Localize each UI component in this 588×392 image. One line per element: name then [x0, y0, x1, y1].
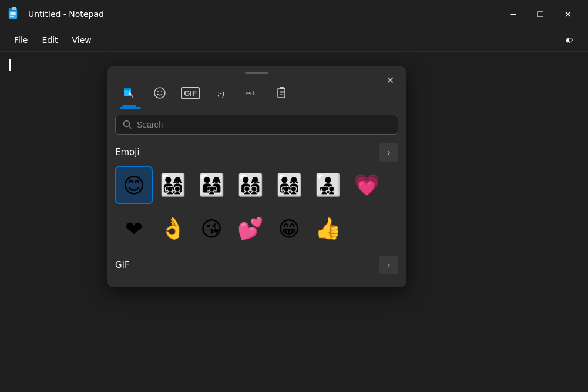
- svg-point-10: [157, 91, 159, 92]
- emoji-cell-sparkling-heart[interactable]: 💗: [348, 166, 385, 204]
- title-bar: Untitled - Notepad – □ ✕: [0, 0, 588, 28]
- picker-tabs: GIF ;-) ✂ +: [107, 78, 406, 106]
- gif-section-arrow[interactable]: ›: [379, 256, 398, 274]
- menu-bar: File Edit View: [0, 28, 588, 52]
- tab-active-indicator: [120, 107, 141, 109]
- editor-area[interactable]: ✕: [0, 52, 588, 392]
- emoji-grid-row2: ❤️ 👌 😘 💕 😁 👍: [115, 210, 398, 247]
- svg-rect-7: [124, 88, 131, 90]
- tab-emoji[interactable]: [147, 80, 173, 106]
- minimize-button[interactable]: –: [500, 0, 527, 28]
- emoji-picker: ✕: [107, 66, 406, 287]
- gif-section-title: GIF: [115, 260, 130, 270]
- emoji-cell-family1[interactable]: 👨‍👩‍👧‍👦: [154, 166, 191, 204]
- emoji-cell-two-hearts[interactable]: 💕: [231, 210, 269, 247]
- close-button[interactable]: ✕: [554, 0, 581, 28]
- tab-symbols[interactable]: ✂ +: [238, 80, 264, 106]
- emoji-cell-empty: [387, 166, 406, 204]
- emoji-cell-family5[interactable]: 👨‍👧‍👦: [309, 166, 347, 204]
- emoji-cell-family2[interactable]: 👨‍👩‍👧: [193, 166, 230, 204]
- gear-icon: [565, 34, 576, 46]
- emoji-section-title: Emoji: [115, 147, 140, 158]
- drag-handle-bar: [245, 72, 268, 74]
- favorites-icon: [123, 86, 136, 99]
- window-controls: – □ ✕: [500, 0, 581, 28]
- clipboard-icon: [275, 86, 288, 99]
- maximize-button[interactable]: □: [527, 0, 554, 28]
- emoji-cell-family4[interactable]: 👨‍👩‍👧‍👦: [270, 166, 308, 204]
- tab-kaomoji[interactable]: ;-): [208, 80, 234, 106]
- emoji-section: Emoji › 😊 👨‍👩‍👧‍👦 👨‍👩‍👧 👨‍👩‍👦‍👦 👨‍👩‍👧‍👦 …: [107, 143, 406, 247]
- emoji-cell-thumbs-up[interactable]: 👍: [309, 210, 347, 247]
- gif-section-header: GIF ›: [115, 256, 398, 274]
- svg-text:+: +: [251, 88, 256, 98]
- emoji-cell-family3[interactable]: 👨‍👩‍👦‍👦: [231, 166, 269, 204]
- gif-section: GIF ›: [107, 256, 406, 287]
- svg-line-20: [129, 126, 131, 128]
- svg-point-11: [161, 91, 162, 92]
- kaomoji-tab-label: ;-): [217, 89, 224, 98]
- picker-scroll-area[interactable]: Emoji › 😊 👨‍👩‍👧‍👦 👨‍👩‍👧 👨‍👩‍👦‍👦 👨‍👩‍👧‍👦 …: [107, 140, 406, 287]
- emoji-section-header: Emoji ›: [115, 143, 398, 162]
- emoji-cell-kissing-face[interactable]: 😘: [193, 210, 230, 247]
- search-icon: [123, 120, 132, 129]
- emoji-face-icon: [153, 86, 167, 100]
- emoji-cell-heart[interactable]: ❤️: [115, 210, 153, 247]
- settings-button[interactable]: [560, 29, 581, 51]
- emoji-cell-grinning-face[interactable]: 😁: [270, 210, 308, 247]
- picker-close-button[interactable]: ✕: [381, 71, 399, 89]
- menu-view[interactable]: View: [65, 33, 99, 47]
- text-cursor: [9, 59, 11, 71]
- menu-file[interactable]: File: [7, 33, 35, 47]
- notepad-icon: [7, 7, 21, 21]
- menu-edit[interactable]: Edit: [35, 33, 65, 47]
- tab-gif[interactable]: GIF: [177, 80, 203, 106]
- svg-point-9: [154, 88, 165, 98]
- symbols-icon: ✂ +: [245, 86, 258, 99]
- emoji-cell-empty3: [387, 210, 406, 247]
- gif-tab-label: GIF: [181, 87, 200, 99]
- emoji-cell-smiling-face[interactable]: 😊: [115, 166, 153, 204]
- emoji-grid-row1: 😊 👨‍👩‍👧‍👦 👨‍👩‍👧 👨‍👩‍👦‍👦 👨‍👩‍👧‍👦 👨‍👧‍👦 💗: [115, 166, 398, 204]
- emoji-cell-ok-hand[interactable]: 👌: [154, 210, 191, 247]
- drag-handle: [107, 66, 406, 78]
- emoji-section-arrow[interactable]: ›: [379, 143, 398, 162]
- svg-rect-15: [280, 87, 284, 89]
- emoji-cell-empty2: [348, 210, 385, 247]
- search-bar: [115, 115, 398, 135]
- tab-clipboard[interactable]: [269, 80, 295, 106]
- window-title: Untitled - Notepad: [28, 9, 500, 19]
- svg-rect-5: [12, 7, 16, 10]
- tab-favorites[interactable]: [116, 80, 142, 106]
- search-input[interactable]: [137, 120, 391, 129]
